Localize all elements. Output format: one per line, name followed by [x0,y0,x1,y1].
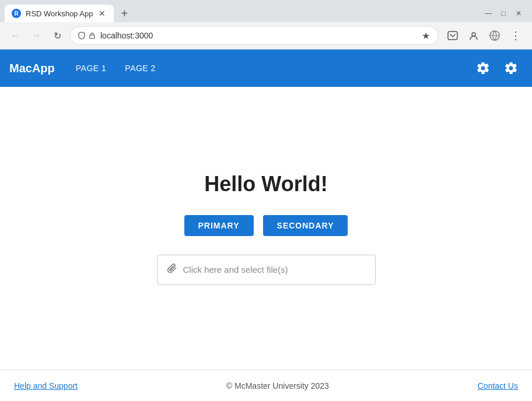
app-wrapper: MacApp PAGE 1 PAGE 2 Hello World! PRIMAR… [0,50,532,401]
svg-rect-1 [448,31,457,40]
app-footer: Help and Support © McMaster University 2… [0,370,532,401]
navbar-settings-icon-2[interactable] [499,57,523,80]
file-upload-text: Click here and select file(s) [183,265,288,275]
menu-button[interactable]: ⋮ [506,26,525,45]
footer-copyright: © McMaster University 2023 [226,381,329,391]
url-text: localhost:3000 [100,31,416,40]
window-controls: — □ ✕ [484,9,527,17]
nav-page1[interactable]: PAGE 1 [69,59,114,78]
address-bar: ← → ↻ localhost:3000 ★ [0,22,532,49]
hello-world-heading: Hello World! [204,172,327,196]
url-bar[interactable]: localhost:3000 ★ [70,26,439,45]
nav-links: PAGE 1 PAGE 2 [69,59,163,78]
waterfox-button[interactable] [485,26,504,45]
primary-button[interactable]: PRIMARY [184,215,254,236]
browser-tab[interactable]: R RSD Workshop App ✕ [5,5,114,22]
contact-us-link[interactable]: Contact Us [478,381,518,391]
tab-title: RSD Workshop App [26,9,93,18]
app-brand: MacApp [9,62,55,75]
navbar-icons [471,57,523,80]
security-icon [78,31,96,40]
browser-chrome: R RSD Workshop App ✕ + — □ ✕ ← → ↻ [0,0,532,50]
file-upload-area[interactable]: Click here and select file(s) [157,255,376,285]
url-actions: ★ [421,29,431,43]
browser-actions: ⋮ [443,26,525,45]
help-and-support-link[interactable]: Help and Support [14,381,78,391]
new-tab-button[interactable]: + [118,7,130,20]
close-window-button[interactable]: ✕ [514,9,523,17]
back-button[interactable]: ← [7,27,23,44]
tab-favicon: R [12,9,21,18]
navbar-settings-icon-1[interactable] [471,57,495,80]
secondary-button[interactable]: SECONDARY [263,215,348,236]
tab-close-button[interactable]: ✕ [97,8,107,19]
bookmark-button[interactable]: ★ [421,29,431,43]
svg-rect-0 [90,35,94,38]
button-row: PRIMARY SECONDARY [184,215,348,236]
paperclip-icon [167,263,177,276]
svg-point-2 [472,33,475,36]
pocket-button[interactable] [443,26,462,45]
nav-page2[interactable]: PAGE 2 [118,59,163,78]
forward-button[interactable]: → [28,27,44,44]
profile-button[interactable] [464,26,483,45]
reload-button[interactable]: ↻ [49,27,65,44]
maximize-button[interactable]: □ [499,9,508,17]
minimize-button[interactable]: — [484,9,492,17]
app-navbar: MacApp PAGE 1 PAGE 2 [0,50,532,87]
app-main: Hello World! PRIMARY SECONDARY Click her… [0,87,532,370]
tab-bar: R RSD Workshop App ✕ + — □ ✕ [0,0,532,22]
